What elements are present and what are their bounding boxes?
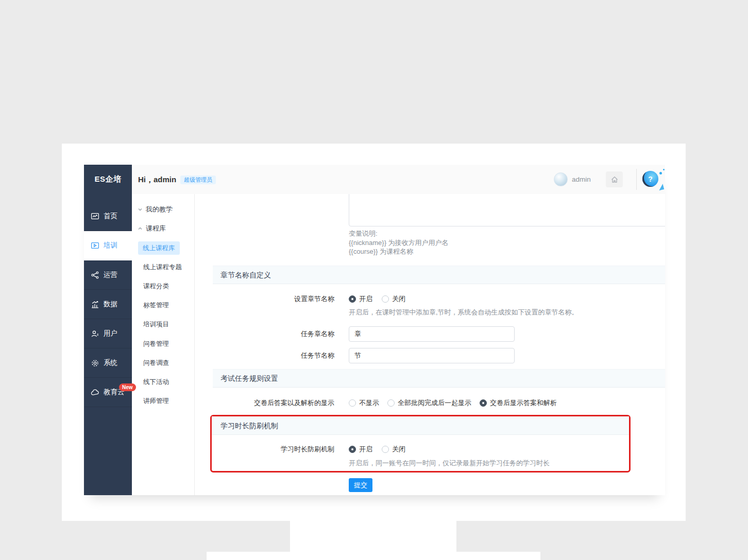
radio-label: 关闭 <box>392 294 405 304</box>
sidebar-item-training[interactable]: 培训 <box>84 231 132 260</box>
submenu-item-online-course-topics[interactable]: 线上课程专题 <box>143 262 182 272</box>
variable-notes-line: 变量说明: <box>349 229 449 238</box>
submenu-item-training-projects[interactable]: 培训项目 <box>143 320 169 329</box>
secondary-sidebar: 我的教学 课程库 线上课程库 线上课程专题 课程分类 标签管理 培训项目 问卷管… <box>132 194 195 495</box>
sidebar-item-home[interactable]: 首页 <box>84 202 132 231</box>
variable-notes: 变量说明: {{nickname}} 为接收方用户用户名 {{course}} … <box>349 229 449 256</box>
new-badge: New <box>119 383 136 391</box>
section-title-antibrush: 学习时长防刷机制 <box>212 416 629 435</box>
radio-dot-icon <box>480 399 487 407</box>
chevron-down-icon <box>138 207 143 212</box>
submenu-item-online-course-library[interactable]: 线上课程库 <box>138 241 180 255</box>
highlighted-antibrush-section: 学习时长防刷机制 学习时长防刷机制 开启 关闭 开启后，同一账号在同一时间，仅记… <box>210 415 631 472</box>
home-icon <box>610 176 619 184</box>
submenu-group-label: 我的教学 <box>146 205 173 214</box>
row-label: 交卷后答案以及解析的显示 <box>195 398 334 408</box>
chapter-name-row: 任务章名称 <box>195 326 515 342</box>
submenu-item-course-categories[interactable]: 课程分类 <box>143 282 169 291</box>
role-badge: 超级管理员 <box>180 176 216 184</box>
antibrush-toggle-row: 学习时长防刷机制 开启 关闭 <box>212 442 415 457</box>
submit-button[interactable]: 提交 <box>349 478 372 492</box>
row-label: 任务节名称 <box>195 351 334 360</box>
sidebar-item-operations[interactable]: 运营 <box>84 260 132 290</box>
section-title-exam-rules: 考试任务规则设置 <box>213 369 665 388</box>
section-name-row: 任务节名称 <box>195 348 515 363</box>
decor-dot-icon <box>663 169 665 170</box>
brand-logo: ES企培 <box>84 165 132 194</box>
help-button[interactable]: ? <box>642 171 658 187</box>
radio-label: 全部批阅完成后一起显示 <box>398 398 471 408</box>
radio-label: 开启 <box>359 445 372 454</box>
gear-icon <box>91 359 99 367</box>
header-divider <box>636 169 637 190</box>
submenu-group-course-library[interactable]: 课程库 <box>138 224 166 233</box>
training-icon <box>91 241 99 250</box>
sidebar-item-label: 数据 <box>104 300 117 309</box>
row-label: 设置章节名称 <box>195 294 334 304</box>
app-screenshot: ES企培 Hi，admin 超级管理员 admin ? 首页 <box>84 165 665 495</box>
submenu-item-offline-activities[interactable]: 线下活动 <box>143 377 169 387</box>
submenu-group-my-teaching[interactable]: 我的教学 <box>138 205 173 214</box>
section-name-input[interactable] <box>349 348 515 363</box>
radio-answers-after-review[interactable]: 全部批阅完成后一起显示 <box>387 398 471 408</box>
sidebar-item-label: 系统 <box>104 358 117 367</box>
chapter-toggle-helper: 开启后，在课时管理中添加章,节时，系统会自动生成按如下设置的章节名称。 <box>349 308 579 317</box>
share-nodes-icon <box>91 271 99 279</box>
antibrush-helper: 开启后，同一账号在同一时间，仅记录最新开始学习任务的学习时长 <box>349 459 550 468</box>
primary-sidebar: 首页 培训 运营 数据 <box>84 194 132 495</box>
variable-notes-line: {{course}} 为课程名称 <box>349 247 449 256</box>
greeting-text: Hi，admin <box>138 165 176 194</box>
radio-antibrush-on[interactable]: 开启 <box>349 445 372 454</box>
radio-dot-icon <box>349 399 356 407</box>
radio-antibrush-off[interactable]: 关闭 <box>382 445 405 454</box>
radio-label: 开启 <box>359 294 372 304</box>
sidebar-item-education-cloud[interactable]: 教育云 New <box>84 378 132 407</box>
decor-wedge-icon <box>658 184 664 190</box>
sidebar-item-label: 运营 <box>104 270 117 279</box>
row-label: 任务章名称 <box>195 329 334 339</box>
submenu-item-lecturer-management[interactable]: 讲师管理 <box>143 396 169 406</box>
radio-answers-after-submit[interactable]: 交卷后显示答案和解析 <box>480 398 557 408</box>
sidebar-item-data[interactable]: 数据 <box>84 290 132 319</box>
radio-label: 不显示 <box>359 398 379 408</box>
radio-dot-icon <box>387 399 395 407</box>
section-title-chapter-naming: 章节名称自定义 <box>213 266 665 284</box>
radio-label: 关闭 <box>392 445 405 454</box>
exam-answer-display-row: 交卷后答案以及解析的显示 不显示 全部批阅完成后一起显示 交卷后显示答案和解析 <box>195 396 566 410</box>
radio-dot-icon <box>349 446 356 453</box>
decor-dot-icon <box>659 172 662 174</box>
notify-template-textarea[interactable] <box>349 194 665 226</box>
sidebar-item-label: 首页 <box>104 212 117 221</box>
sidebar-item-label: 用户 <box>104 329 117 338</box>
radio-chapter-naming-on[interactable]: 开启 <box>349 294 372 304</box>
radio-dot-icon <box>382 446 389 453</box>
dashboard-icon <box>91 212 99 221</box>
variable-notes-line: {{nickname}} 为接收方用户用户名 <box>349 238 449 248</box>
chapter-toggle-row: 设置章节名称 开启 关闭 <box>195 292 415 306</box>
monitor-stand-base <box>207 552 540 560</box>
home-button[interactable] <box>606 171 623 187</box>
question-mark-icon: ? <box>648 175 653 183</box>
radio-chapter-naming-off[interactable]: 关闭 <box>382 294 405 304</box>
submenu-item-tag-management[interactable]: 标签管理 <box>143 301 169 310</box>
cloud-icon <box>91 388 99 397</box>
sidebar-item-users[interactable]: 用户 <box>84 319 132 348</box>
radio-dot-icon <box>349 295 356 303</box>
radio-answers-hidden[interactable]: 不显示 <box>349 398 379 408</box>
row-label: 学习时长防刷机制 <box>212 445 334 454</box>
submenu-group-label: 课程库 <box>146 224 166 233</box>
avatar[interactable] <box>554 172 568 186</box>
chevron-up-icon <box>138 226 143 231</box>
chapter-name-input[interactable] <box>349 326 515 342</box>
sidebar-item-label: 培训 <box>104 241 117 250</box>
radio-label: 交卷后显示答案和解析 <box>490 398 557 408</box>
radio-dot-icon <box>382 295 389 303</box>
user-icon <box>91 329 99 338</box>
sidebar-item-system[interactable]: 系统 <box>84 348 132 378</box>
header-username[interactable]: admin <box>572 165 591 194</box>
main-content: 变量说明: {{nickname}} 为接收方用户用户名 {{course}} … <box>195 194 665 495</box>
app-header: ES企培 Hi，admin 超级管理员 admin ? <box>84 165 665 194</box>
bar-chart-icon <box>91 300 99 309</box>
submenu-item-questionnaire-management[interactable]: 问卷管理 <box>143 339 169 348</box>
submenu-item-questionnaire-survey[interactable]: 问卷调查 <box>143 358 169 367</box>
